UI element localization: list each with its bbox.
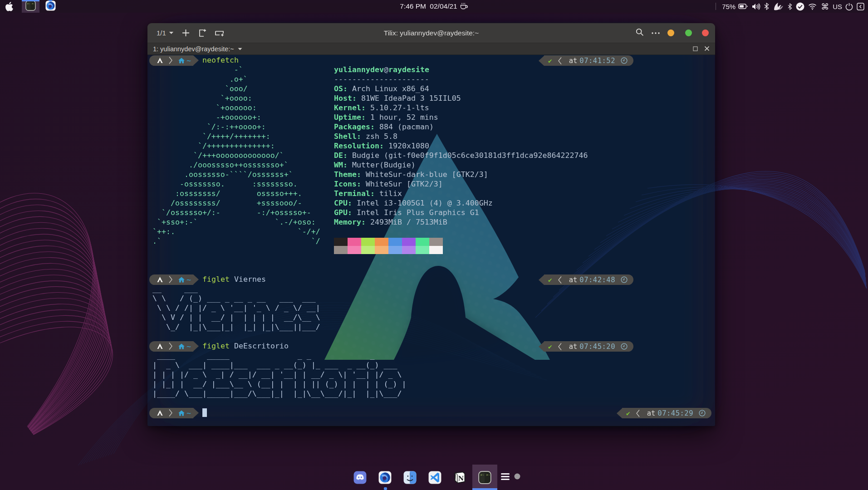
search-icon[interactable] <box>636 28 644 38</box>
tab-close-icon[interactable] <box>704 45 710 53</box>
terminal-row: __ ___ <box>147 284 715 294</box>
figlet-line: \ \ / /| |/ _ \ '__| '_ \ / _ \/ __| <box>152 303 320 313</box>
plus-icon <box>182 29 190 37</box>
session-pager[interactable]: 1/1 <box>157 29 174 37</box>
terminal-row: | | | |/ _ \ _| / __|/ __| '__| | __/ _ … <box>147 370 715 379</box>
split-right-icon <box>198 29 207 38</box>
bluetooth-icon[interactable] <box>762 0 771 13</box>
neofetch-field-label: Shell: <box>334 132 361 141</box>
terminal-row: \ V / | | __/ | | | | | __/\__ \ <box>147 313 715 322</box>
power-icon[interactable] <box>843 0 855 13</box>
command-text: figlet <box>202 274 230 284</box>
prompt-path: ~ <box>186 275 192 284</box>
flame-icon[interactable] <box>771 0 786 13</box>
neofetch-field-value: Intel i3-1005G1 (4) @ 3.400GHz <box>352 198 493 208</box>
neofetch-field-label: Kernel: <box>334 103 366 113</box>
close-button[interactable] <box>702 29 709 36</box>
neofetch-palette-block <box>402 238 416 246</box>
tray-collapse-icon[interactable] <box>855 0 866 13</box>
terminal-row: ./ooosssso++osssssso+`WM: Mutter(Budgie) <box>147 160 715 170</box>
maximize-button[interactable] <box>685 29 692 36</box>
titlebar[interactable]: 1/1 Tilix: yuliannydev@raydesite:~ <box>147 23 715 43</box>
firefox-icon <box>45 0 56 11</box>
neofetch-field-value: 884 (pacman) <box>375 122 434 132</box>
minimize-button[interactable] <box>667 29 674 36</box>
taskbar-firefox[interactable] <box>42 0 59 13</box>
badge-at-label: at <box>569 57 578 65</box>
terminal-row: ~ figletViernes ✔ at 07:42:48 <box>147 274 715 284</box>
caffeine-icon[interactable] <box>460 2 468 11</box>
split-down-icon <box>215 29 225 37</box>
dock-item-vscode[interactable] <box>422 465 447 490</box>
neofetch-field-value: tilix <box>375 189 402 198</box>
battery-percent[interactable]: 75% <box>720 3 736 10</box>
neofetch-logo-line: -+oooooo+: <box>152 113 261 122</box>
arch-arrow-icon <box>157 58 163 63</box>
svg-text:>-: >- <box>481 472 485 476</box>
neofetch-field-value: Budgie (git-f0e0f9f1d05c6ce30181d3ff1dca… <box>348 151 588 160</box>
terminal-row: :osssssss/ osssso+++.Terminal: tilix <box>147 189 715 198</box>
terminal-row: `/:-:++oooo+:Packages: 884 (pacman) <box>147 122 715 132</box>
prompt: ~ <box>149 341 199 351</box>
dock-show-desktop-dot[interactable] <box>514 473 520 481</box>
taskbar-terminal[interactable]: >- >- <box>22 0 39 13</box>
neofetch-field-label: Memory: <box>334 217 366 227</box>
terminal-row: \ \ / (_) ___ _ __ _ __ ___ ___ <box>147 294 715 303</box>
keyboard-layout[interactable]: US <box>831 3 843 10</box>
tray-separator <box>716 3 716 10</box>
terminal-row <box>147 246 715 255</box>
terminal-row: ~ neofetch ✔ at 07:41:52 <box>147 55 715 65</box>
command-args: Viernes <box>234 274 266 284</box>
check-icon: ✔ <box>545 57 555 64</box>
neofetch-field-label: Host: <box>334 93 357 103</box>
terminal-row: /ossssssss/ +ssssooo/-CPU: Intel i3-1005… <box>147 198 715 208</box>
neofetch-logo-line: `ooo/ <box>152 84 248 93</box>
terminal-row: `++:. `-/+/ <box>147 227 715 236</box>
dock-item-firefox[interactable] <box>373 465 397 490</box>
prompt-status-badge: ✔ at 07:41:52 <box>539 55 633 66</box>
badge-separator-icon <box>555 57 565 64</box>
tab-session[interactable]: 1: yuliannydev@raydesite:~ <box>153 45 242 53</box>
neofetch-palette-block <box>388 238 402 246</box>
clock-date: 02/04/21 <box>430 2 457 10</box>
svg-text:>-: >- <box>32 2 35 5</box>
dock-menu-icon[interactable] <box>501 473 510 482</box>
terminal[interactable]: ~ neofetch ✔ at 07:41:52 ~ figletViernes… <box>147 55 715 426</box>
terminal-row: `+oooo:Host: 81WE IdeaPad 3 15IIL05 <box>147 93 715 103</box>
volume-icon[interactable] <box>750 0 762 13</box>
split-right-button[interactable] <box>198 29 207 38</box>
split-down-button[interactable] <box>215 29 225 37</box>
check-circle-icon[interactable] <box>794 0 806 13</box>
apple-menu-icon[interactable] <box>5 1 15 12</box>
terminal-row: `/++++++++++++++:Resolution: 1920x1080 <box>147 141 715 151</box>
dock-item-files[interactable] <box>397 465 422 490</box>
command-key-icon[interactable]: ⌘ <box>819 0 831 13</box>
badge-separator-icon <box>555 343 565 350</box>
neofetch-field-value: 5.10.27-1-lts <box>366 103 429 113</box>
badge-time: 07:45:20 <box>579 343 615 351</box>
tab-maximize-icon[interactable] <box>693 45 698 53</box>
arch-arrow-icon <box>157 343 163 349</box>
neofetch-palette-block <box>361 246 375 254</box>
battery-icon[interactable] <box>736 0 750 13</box>
terminal-row: `ooo/OS: Arch Linux x86_64 <box>147 84 715 93</box>
menu-dots-icon[interactable] <box>651 28 660 36</box>
neofetch-field-label: CPU: <box>334 198 352 208</box>
neofetch-field-value: 2493MiB / 7513MiB <box>366 217 447 227</box>
neofetch-logo-line: `/:-:++oooo+: <box>152 122 266 132</box>
dock-item-discord[interactable] <box>348 465 373 490</box>
tilix-window: 1/1 Tilix: yuliannydev@raydesite:~ 1: y <box>147 23 715 426</box>
dock-item-notion[interactable]: N <box>447 465 472 490</box>
dock-item-tilix-terminal[interactable]: >- >- <box>472 465 497 490</box>
terminal-row: `/+++ooooooooooooo/`DE: Budgie (git-f0e0… <box>147 151 715 160</box>
svg-text:>-: >- <box>27 2 30 5</box>
neofetch-field-value: zsh 5.8 <box>361 132 397 141</box>
new-session-button[interactable] <box>182 29 190 37</box>
terminal-row: ____ _____ _ _ _ <box>147 351 715 360</box>
bluetooth2-icon[interactable] <box>786 0 794 13</box>
neofetch-field-label: DE: <box>334 151 348 160</box>
wifi-icon[interactable] <box>806 0 819 13</box>
neofetch-logo-line: `/++++/+++++++: <box>152 132 270 141</box>
neofetch-logo-line: -osssssso. :ssssssso. <box>152 179 298 189</box>
badge-at-label: at <box>569 343 578 351</box>
